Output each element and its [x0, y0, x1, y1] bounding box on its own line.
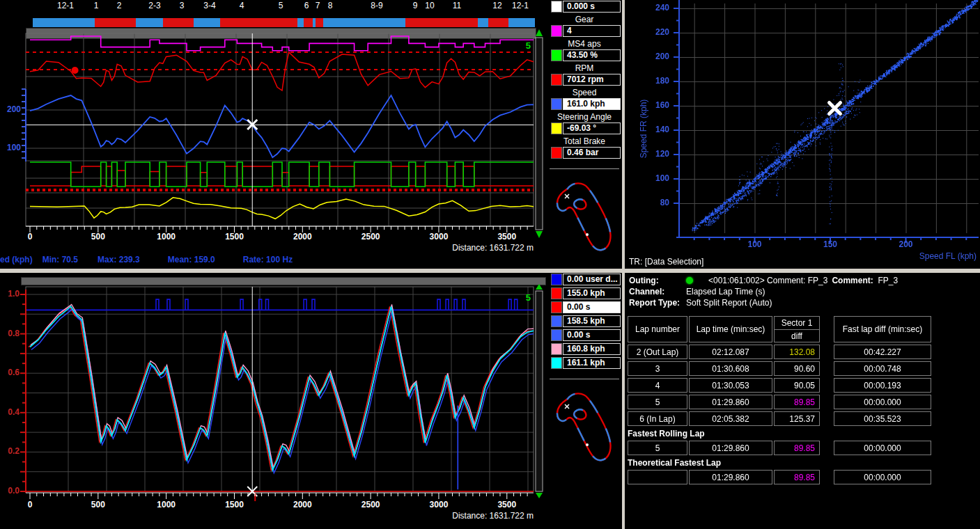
legend-entry[interactable]: 0.000 s	[551, 1, 622, 13]
legend-value-box[interactable]: 160.8 kph	[563, 343, 621, 355]
sector-header-top: Sector 1	[775, 317, 819, 330]
norm-y-tick-label: 1.0	[1, 289, 20, 299]
legend-entry[interactable]: 160.8 kph	[551, 343, 622, 355]
legend-value-box[interactable]: 155.0 kph	[563, 287, 621, 299]
legend-entry[interactable]: 0.00 s	[551, 329, 622, 341]
legend-color-swatch	[551, 357, 562, 369]
scroll-bottom-arrow-icon[interactable]	[536, 493, 543, 498]
x-tick-label: 1000	[153, 500, 180, 510]
legend-value-box[interactable]: 0.00 user d...	[563, 274, 621, 285]
legend-entry[interactable]: 158.5 kph	[551, 315, 622, 327]
spacer	[821, 411, 832, 426]
scroll-top-arrow-icon[interactable]	[536, 29, 543, 36]
legend-entry[interactable]: 0.00 s	[551, 301, 622, 313]
legend-channel-title: Speed	[547, 88, 622, 97]
gear-trace	[30, 36, 534, 51]
legend-value-box[interactable]: 161.1 kph	[563, 357, 621, 369]
track-outline-blue	[557, 183, 611, 250]
scatter-x-axis-label: Speed FL (kph)	[848, 251, 977, 261]
scatter-x-ticks: 100150200	[625, 239, 980, 249]
sector-diff-cell: 125.37	[774, 411, 820, 426]
spacer	[821, 316, 832, 342]
lap-number-cell: 5	[628, 441, 687, 455]
lap-time-cell: 01:30.608	[689, 361, 772, 376]
legend-value-box[interactable]: 161.0 kph	[563, 98, 621, 110]
column-header: Fast lap diff (min:sec)	[834, 316, 931, 342]
speed-fr-fl-scatter[interactable]	[625, 0, 980, 269]
legend-entry[interactable]: 161.1 kph	[551, 357, 622, 369]
column-header: Lap time (min:sec)	[689, 316, 772, 342]
legend-value-box[interactable]: 43.50 %	[563, 49, 621, 61]
lap-number-cell: 6 (In Lap)	[628, 411, 687, 426]
lap-number-marker: 5	[526, 292, 531, 303]
legend-entry[interactable]: 0.00 user d...	[551, 274, 622, 285]
legend-value-box[interactable]: 0.00 s	[563, 329, 621, 341]
legend-value-box[interactable]: 158.5 kph	[563, 315, 621, 327]
legend-value-box[interactable]: 0.000 s	[563, 1, 621, 13]
split-report-table: Lap numberLap time (min:sec)Sector 1diff…	[628, 316, 955, 484]
scatter-y-tick-label: 140	[655, 125, 669, 134]
spacer	[821, 470, 832, 484]
legend-color-swatch	[551, 98, 562, 110]
lap-trace-red	[29, 306, 532, 470]
legend-value-box[interactable]: 0.46 bar	[563, 147, 621, 159]
traces-group	[26, 299, 535, 489]
digital-pulse	[167, 299, 170, 310]
outing-label: Outing:	[629, 276, 686, 285]
throttle-trace	[30, 162, 534, 187]
status-item: Mean: 159.0	[168, 255, 215, 264]
norm-y-tick-label: 0.0	[1, 486, 20, 496]
spacer	[821, 395, 832, 409]
scroll-top-arrow-icon[interactable]	[536, 284, 543, 290]
v-scrollbar[interactable]	[536, 291, 543, 491]
scatter-y-tick-label: 80	[660, 198, 669, 207]
legend-color-swatch	[551, 274, 562, 285]
lap-time-cell: 01:30.053	[689, 378, 772, 393]
legend-value-box[interactable]: 4	[563, 25, 621, 37]
legend-value-box[interactable]: 0.00 s	[563, 301, 621, 313]
v-scrollbar[interactable]	[536, 38, 543, 230]
sector-diff-cell: 90.60	[774, 361, 820, 376]
legend-entry[interactable]: 7012 rpm	[551, 74, 622, 86]
track-map	[552, 175, 616, 257]
legend-value-box[interactable]: -69.03 °	[563, 123, 621, 134]
scatter-x-tick-label: 150	[818, 239, 843, 249]
legend-entry[interactable]: 0.46 bar	[551, 147, 622, 159]
legend-color-swatch	[551, 287, 562, 299]
channel-status-bar: ed (kph)Min: 70.5Max: 239.3Mean: 159.0Ra…	[0, 253, 613, 264]
lap-number-marker: 5	[526, 40, 531, 51]
legend-value-box[interactable]: 7012 rpm	[563, 74, 621, 86]
distance-plot-panel[interactable]: 12-1122-333-4456788-9910111212-1 5 05001…	[0, 0, 622, 269]
digital-pulse	[508, 299, 511, 310]
x-tick-label: 2000	[288, 232, 316, 242]
x-tick-label: 3500	[493, 232, 521, 242]
scatter-panel[interactable]: Speed FR (kph) 2402202001801601401201008…	[625, 0, 980, 269]
x-tick-label: 2500	[357, 500, 384, 510]
x-tick-label: 3500	[493, 500, 521, 510]
legend-entry[interactable]: 4	[551, 25, 622, 37]
distance-plot[interactable]: 5	[0, 0, 622, 269]
rpm-trace	[30, 52, 534, 90]
compare-plot-panel[interactable]: 5 0500100015002000250030003500 Distance:…	[0, 273, 622, 529]
scatter-x-tick-label: 100	[742, 239, 768, 249]
norm-y-tick-label: 0.4	[1, 407, 20, 417]
lap-time-cell: 01:29.860	[689, 395, 772, 409]
channel-value: Elapsed Lap Time (s)	[686, 287, 765, 297]
x-tick-label: 2000	[288, 500, 316, 510]
spacer	[821, 457, 931, 468]
scatter-y-tick-label: 200	[655, 52, 669, 61]
legend-entry[interactable]: -69.03 °	[551, 123, 622, 134]
sector-diff-cell: 89.85	[774, 470, 820, 484]
report-grid: Lap numberLap time (min:sec)Sector 1diff…	[628, 316, 955, 484]
sector-header: Sector 1diff	[774, 316, 820, 342]
outing-line: Outing: <001:061:002> Comment: FP_3 Comm…	[629, 276, 898, 285]
legend-separator	[550, 168, 619, 169]
compare-plot[interactable]: 5	[0, 273, 622, 529]
legend-entry[interactable]: 43.50 %	[551, 49, 622, 61]
legend-entry[interactable]: 161.0 kph	[551, 98, 622, 110]
digital-pulse	[156, 299, 159, 310]
scatter-y-ticks: 24022020018016014012010080	[625, 0, 678, 237]
bottom-legend-panel: 0.00 user d...155.0 kph0.00 s158.5 kph0.…	[547, 273, 622, 529]
legend-entry[interactable]: 155.0 kph	[551, 287, 622, 299]
legend-color-swatch	[551, 25, 562, 37]
